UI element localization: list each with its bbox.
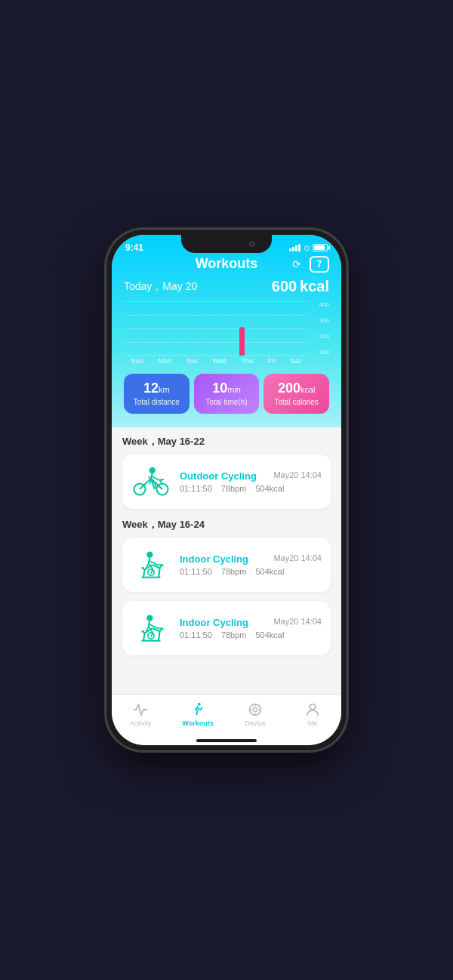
outdoor-cycling-icon-wrap bbox=[131, 462, 171, 501]
indoor-cycling-1-date: May20 14:04 bbox=[273, 553, 322, 562]
svg-point-41 bbox=[146, 615, 153, 621]
outdoor-cycling-hr: 78bpm bbox=[221, 484, 247, 493]
stats-row: 12km Total distance 10min Total time(h) … bbox=[124, 374, 329, 414]
indoor-cycling-2-info: Indoor Cycling May20 14:04 01:11:50 78bp… bbox=[180, 617, 322, 639]
nav-item-device[interactable]: Device bbox=[226, 701, 284, 727]
indoor-cycling-2-cal: 504kcal bbox=[255, 630, 284, 639]
indoor-cycling-2-header: Indoor Cycling May20 14:04 bbox=[180, 617, 322, 628]
indoor-cycling-1-icon bbox=[132, 546, 170, 584]
kcal-total: 600 kcal bbox=[272, 278, 329, 295]
indoor-cycling-1-cal: 504kcal bbox=[255, 567, 284, 576]
indoor-cycling-2-icon bbox=[132, 609, 170, 647]
outdoor-cycling-cal: 504kcal bbox=[255, 484, 284, 493]
svg-point-50 bbox=[253, 707, 257, 712]
svg-point-48 bbox=[198, 702, 201, 705]
phone-frame: 9:41 ⊙ bbox=[106, 229, 347, 751]
outdoor-cycling-stats: 01:11:50 78bpm 504kcal bbox=[180, 484, 322, 493]
status-time: 9:41 bbox=[125, 242, 143, 253]
x-label-tue: Tue bbox=[186, 357, 198, 365]
nav-item-me[interactable]: Me bbox=[284, 701, 341, 727]
header-top: Workouts ⟳ 7 bbox=[124, 256, 329, 272]
workout-card-indoor-1[interactable]: Indoor Cycling May20 14:04 01:11:50 78bp… bbox=[122, 538, 331, 592]
indoor-cycling-2-hr: 78bpm bbox=[221, 630, 247, 639]
y-label-400: 400 bbox=[319, 301, 329, 308]
x-label-sat: Sat bbox=[291, 357, 301, 365]
stat-distance-value: 12km bbox=[130, 381, 183, 396]
bar-thu bbox=[239, 327, 245, 356]
x-label-mon: Mon bbox=[158, 357, 171, 365]
chart-container: 400 300 200 100 bbox=[124, 301, 329, 369]
outdoor-cycling-name: Outdoor Cycling bbox=[180, 470, 257, 482]
svg-line-15 bbox=[159, 568, 160, 578]
kcal-value: 600 bbox=[272, 278, 297, 294]
indoor-cycling-2-date: May20 14:04 bbox=[273, 617, 322, 626]
svg-point-24 bbox=[146, 551, 153, 557]
wifi-icon: ⊙ bbox=[304, 244, 310, 252]
indoor-cycling-1-duration: 01:11:50 bbox=[180, 567, 212, 576]
bottom-nav: Activity Workouts bbox=[112, 694, 341, 736]
indoor-cycling-1-name: Indoor Cycling bbox=[180, 553, 248, 565]
content-area: Week，May 16-22 bbox=[112, 427, 341, 694]
indoor-cycling-1-hr: 78bpm bbox=[221, 567, 247, 576]
section-label-2: Week，May 16-24 bbox=[122, 518, 331, 532]
nav-label-activity: Activity bbox=[130, 720, 152, 727]
nav-label-workouts: Workouts bbox=[182, 720, 213, 727]
date-row: Today，May 20 600 kcal bbox=[124, 278, 329, 295]
svg-line-33 bbox=[143, 633, 145, 640]
stat-card-time: 10min Total time(h) bbox=[194, 374, 260, 414]
svg-point-55 bbox=[310, 704, 315, 709]
device-icon bbox=[247, 701, 263, 718]
activity-icon bbox=[132, 701, 149, 718]
x-label-wed: Wed bbox=[212, 357, 226, 365]
stat-distance-label: Total distance bbox=[130, 398, 183, 406]
y-label-200: 200 bbox=[319, 333, 329, 340]
section-label-1: Week，May 16-22 bbox=[122, 435, 331, 448]
y-label-300: 300 bbox=[319, 317, 329, 324]
stat-calories-label: Total calories bbox=[270, 398, 323, 406]
workout-card-indoor-2[interactable]: Indoor Cycling May20 14:04 01:11:50 78bp… bbox=[122, 601, 331, 655]
svg-line-27 bbox=[149, 560, 158, 565]
date-label: Today，May 20 bbox=[124, 280, 197, 294]
indoor-cycling-2-stats: 01:11:50 78bpm 504kcal bbox=[180, 630, 322, 639]
outdoor-cycling-date: May20 14:04 bbox=[273, 470, 322, 479]
indoor-cycling-1-icon-wrap bbox=[131, 545, 171, 584]
nav-item-activity[interactable]: Activity bbox=[112, 701, 169, 727]
svg-line-47 bbox=[151, 633, 153, 637]
header-actions: ⟳ 7 bbox=[288, 256, 329, 273]
outdoor-cycling-icon bbox=[132, 463, 170, 501]
x-label-thu: Thu bbox=[241, 357, 253, 365]
outdoor-cycling-header: Outdoor Cycling May20 14:04 bbox=[180, 470, 322, 482]
stat-card-calories: 200kcal Total calories bbox=[263, 374, 329, 414]
nav-item-workouts[interactable]: Workouts bbox=[169, 701, 226, 727]
camera bbox=[249, 241, 255, 247]
stat-card-distance: 12km Total distance bbox=[124, 374, 190, 414]
outdoor-cycling-duration: 01:11:50 bbox=[180, 484, 212, 493]
workout-card-outdoor[interactable]: Outdoor Cycling May20 14:04 01:11:50 78b… bbox=[122, 455, 331, 509]
nav-label-me: Me bbox=[308, 720, 318, 727]
outdoor-cycling-info: Outdoor Cycling May20 14:04 01:11:50 78b… bbox=[180, 470, 322, 493]
page-title: Workouts bbox=[196, 256, 258, 272]
me-icon bbox=[304, 701, 321, 718]
x-label-sun: Sun bbox=[131, 357, 143, 365]
nav-label-device: Device bbox=[245, 720, 266, 727]
svg-line-32 bbox=[159, 631, 160, 641]
week-badge[interactable]: 7 bbox=[310, 256, 329, 273]
home-indicator bbox=[196, 739, 257, 742]
signal-icon bbox=[289, 244, 300, 251]
status-icons: ⊙ bbox=[289, 244, 328, 252]
svg-line-44 bbox=[149, 624, 158, 628]
battery-icon bbox=[313, 244, 328, 251]
svg-line-16 bbox=[143, 569, 145, 577]
x-label-fri: Fri bbox=[268, 357, 276, 365]
y-label-100: 100 bbox=[319, 349, 329, 356]
chart-y-labels: 400 300 200 100 bbox=[310, 301, 329, 356]
indoor-cycling-1-header: Indoor Cycling May20 14:04 bbox=[180, 553, 322, 565]
stat-time-value: 10min bbox=[200, 381, 254, 396]
indoor-cycling-2-duration: 01:11:50 bbox=[180, 630, 212, 639]
refresh-button[interactable]: ⟳ bbox=[288, 256, 305, 273]
workouts-icon bbox=[190, 701, 206, 718]
kcal-unit: kcal bbox=[300, 278, 329, 294]
notch bbox=[181, 235, 272, 253]
stat-time-label: Total time(h) bbox=[200, 398, 254, 406]
header-section: 9:41 ⊙ bbox=[112, 235, 341, 427]
